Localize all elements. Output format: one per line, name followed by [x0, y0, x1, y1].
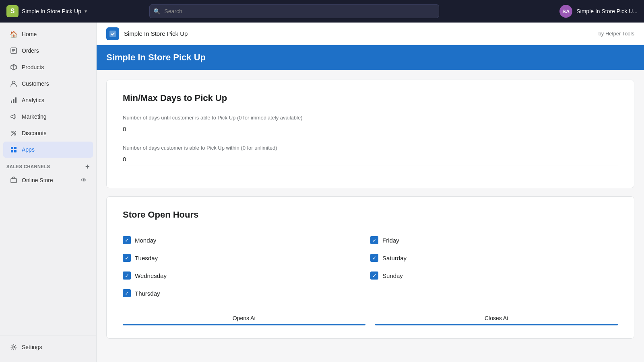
- online-store-label: Online Store: [22, 177, 53, 183]
- customers-icon: [10, 80, 18, 88]
- add-sales-channel-button[interactable]: +: [85, 163, 90, 170]
- sidebar-item-home[interactable]: 🏠 Home: [3, 26, 93, 42]
- svg-rect-14: [14, 147, 17, 149]
- sidebar-item-settings[interactable]: Settings: [3, 339, 93, 355]
- thursday-label: Thursday: [135, 290, 160, 297]
- shopify-logo-icon: S: [6, 5, 19, 17]
- sidebar-item-label: Orders: [22, 47, 39, 54]
- hours-row: Opens At Closes At: [123, 315, 618, 325]
- search-icon: 🔍: [153, 8, 160, 14]
- orders-icon: [10, 47, 18, 55]
- day-friday: ✓ Friday: [370, 231, 618, 249]
- products-icon: [10, 63, 18, 71]
- wednesday-checkbox[interactable]: ✓: [123, 272, 131, 280]
- sidebar-item-label: Marketing: [22, 113, 46, 120]
- days-col-left: ✓ Monday ✓ Tuesday ✓ Wednesday ✓: [123, 231, 370, 302]
- min-max-card: Min/Max Days to Pick Up Number of days u…: [106, 80, 634, 188]
- saturday-label: Saturday: [382, 255, 407, 261]
- friday-checkbox[interactable]: ✓: [370, 236, 378, 244]
- apps-icon: [10, 146, 18, 154]
- sidebar-item-label: Products: [22, 64, 44, 70]
- sidebar-item-analytics[interactable]: Analytics: [3, 92, 93, 108]
- svg-rect-7: [11, 101, 12, 103]
- svg-rect-19: [109, 31, 116, 37]
- sidebar-item-customers[interactable]: Customers: [3, 76, 93, 92]
- min-days-group: Number of days until customer is able to…: [123, 115, 618, 135]
- monday-label: Monday: [135, 237, 156, 244]
- main-content: Simple In Store Pick Up by Helper Tools …: [97, 23, 644, 362]
- tuesday-label: Tuesday: [135, 255, 158, 261]
- sidebar-item-products[interactable]: Products: [3, 59, 93, 75]
- opens-at-col: Opens At: [123, 315, 365, 325]
- user-label: Simple In Store Pick U...: [576, 8, 638, 14]
- days-col-right: ✓ Friday ✓ Saturday ✓ Sunday: [370, 231, 618, 302]
- content-area: Min/Max Days to Pick Up Number of days u…: [97, 70, 644, 362]
- brand-button[interactable]: S Simple In Store Pick Up ▾: [6, 5, 87, 17]
- opens-at-label: Opens At: [123, 315, 365, 321]
- min-days-input[interactable]: [123, 123, 618, 135]
- app-banner-title: Simple In Store Pick Up: [106, 52, 206, 62]
- avatar[interactable]: SA: [559, 5, 572, 18]
- sidebar-item-label: Analytics: [22, 97, 44, 103]
- online-store-icon: [10, 176, 18, 184]
- search-bar: 🔍: [149, 4, 439, 18]
- sidebar-item-label: Discounts: [22, 130, 46, 136]
- day-saturday: ✓ Saturday: [370, 249, 618, 267]
- app-icon: [106, 27, 119, 40]
- app-header: Simple In Store Pick Up by Helper Tools: [97, 23, 644, 45]
- sidebar-item-label: Apps: [22, 146, 35, 153]
- tuesday-checkbox[interactable]: ✓: [123, 254, 131, 262]
- sidebar-item-orders[interactable]: Orders: [3, 43, 93, 59]
- home-icon: 🏠: [10, 30, 18, 38]
- sidebar: 🏠 Home Orders Products Customers: [0, 23, 97, 362]
- marketing-icon: [10, 113, 18, 121]
- app-header-by: by Helper Tools: [599, 31, 634, 37]
- sidebar-item-discounts[interactable]: Discounts: [3, 125, 93, 141]
- max-days-label: Number of days customer is able to Pick …: [123, 145, 618, 151]
- min-days-label: Number of days until customer is able to…: [123, 115, 618, 121]
- brand-label: Simple In Store Pick Up: [22, 8, 81, 14]
- svg-point-18: [13, 346, 15, 348]
- sidebar-item-apps[interactable]: Apps: [3, 142, 93, 158]
- svg-rect-17: [11, 179, 17, 183]
- day-sunday: ✓ Sunday: [370, 267, 618, 284]
- day-tuesday: ✓ Tuesday: [123, 249, 370, 267]
- store-hours-title: Store Open Hours: [123, 210, 618, 220]
- sunday-checkbox[interactable]: ✓: [370, 272, 378, 280]
- day-wednesday: ✓ Wednesday: [123, 267, 370, 284]
- store-hours-card: Store Open Hours ✓ Monday ✓ Tuesday: [106, 196, 634, 339]
- svg-rect-16: [14, 150, 17, 152]
- nav-right: SA Simple In Store Pick U...: [559, 5, 638, 18]
- svg-point-10: [12, 131, 13, 133]
- sidebar-item-label: Customers: [22, 80, 49, 87]
- analytics-icon: [10, 96, 18, 104]
- sales-channels-label: SALES CHANNELS +: [0, 158, 96, 172]
- settings-icon: [10, 343, 18, 351]
- discounts-icon: [10, 129, 18, 137]
- sidebar-item-online-store[interactable]: Online Store 👁: [3, 172, 93, 188]
- day-thursday: ✓ Thursday: [123, 284, 370, 302]
- day-monday: ✓ Monday: [123, 231, 370, 249]
- closes-at-col: Closes At: [375, 315, 618, 325]
- wednesday-label: Wednesday: [135, 272, 167, 279]
- sidebar-item-marketing[interactable]: Marketing: [3, 109, 93, 125]
- settings-label: Settings: [22, 344, 42, 350]
- thursday-checkbox[interactable]: ✓: [123, 289, 131, 297]
- monday-checkbox[interactable]: ✓: [123, 236, 131, 244]
- max-days-group: Number of days customer is able to Pick …: [123, 145, 618, 165]
- search-input[interactable]: [149, 4, 439, 18]
- sidebar-nav: 🏠 Home Orders Products Customers: [0, 23, 96, 335]
- sunday-label: Sunday: [382, 272, 403, 279]
- friday-label: Friday: [382, 237, 399, 244]
- max-days-input[interactable]: [123, 153, 618, 165]
- eye-icon[interactable]: 👁: [81, 177, 87, 183]
- sidebar-item-label: Home: [22, 31, 37, 37]
- closes-at-bar: [375, 324, 618, 325]
- top-nav: S Simple In Store Pick Up ▾ 🔍 SA Simple …: [0, 0, 644, 23]
- saturday-checkbox[interactable]: ✓: [370, 254, 378, 262]
- svg-rect-8: [13, 99, 14, 103]
- sidebar-bottom: Settings: [0, 335, 96, 362]
- opens-at-bar: [123, 324, 365, 325]
- svg-point-11: [14, 134, 16, 135]
- min-max-title: Min/Max Days to Pick Up: [123, 93, 618, 103]
